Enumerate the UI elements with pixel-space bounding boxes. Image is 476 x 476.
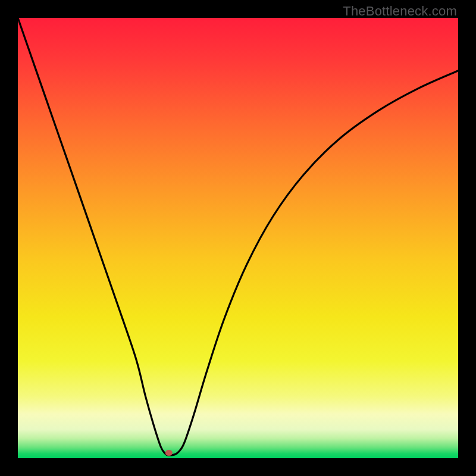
- gradient-background: [18, 18, 458, 458]
- chart-svg: [18, 18, 458, 458]
- optimal-marker: [165, 450, 173, 456]
- watermark-text: TheBottleneck.com: [343, 4, 457, 19]
- plot-area: [18, 18, 458, 458]
- chart-frame: TheBottleneck.com: [0, 0, 476, 476]
